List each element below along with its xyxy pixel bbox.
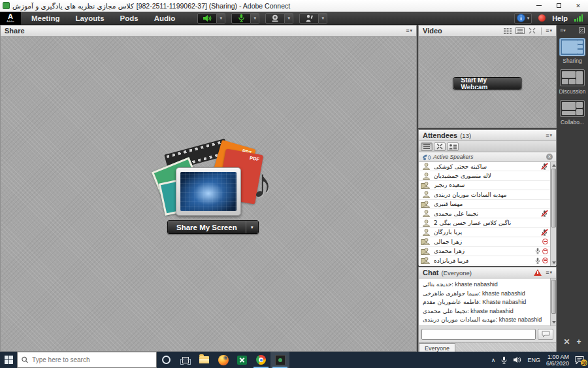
search-input[interactable] <box>32 356 152 363</box>
attendee-row[interactable]: نجیما علی محمدی <box>419 209 556 218</box>
info-dropdown-icon: ▾ <box>527 16 530 21</box>
menubar-item[interactable]: Pods <box>120 14 139 22</box>
tray-speaker-icon[interactable] <box>513 356 521 363</box>
chat-pod-menu-button[interactable]: ≡▾ <box>546 269 552 276</box>
windows-logo-icon <box>5 356 13 364</box>
layout-item[interactable]: Collabo... <box>558 100 587 125</box>
attendees-pod-menu-button[interactable]: ≡▾ <box>546 132 552 139</box>
attendee-name: زهرا محمدی <box>434 248 465 254</box>
attendee-status-icons <box>535 248 548 254</box>
microphone-on-icon <box>535 258 540 264</box>
scroll-down-icon[interactable] <box>552 261 556 264</box>
chat-scroll-thumb[interactable] <box>551 280 556 314</box>
chat-scope: (Everyone) <box>441 269 471 276</box>
speaker-dropdown[interactable]: ▾ <box>217 13 225 24</box>
undock-icon[interactable] <box>579 27 585 33</box>
start-my-webcam-label[interactable]: Start My Webcam <box>454 78 521 89</box>
attendee-row[interactable]: مهسا قنبری <box>419 200 556 209</box>
layout-thumbnail[interactable] <box>560 69 585 86</box>
layout-item[interactable]: Discussion <box>558 69 587 95</box>
menubar-item[interactable]: Meeting <box>31 14 59 22</box>
expand-view-icon[interactable] <box>527 27 537 35</box>
share-pod-menu-button[interactable]: ≡▾ <box>406 27 412 34</box>
notification-center-icon[interactable]: 10 <box>575 356 584 364</box>
taskbar-app-icon[interactable] <box>270 352 289 368</box>
grid-view-icon[interactable] <box>502 27 512 35</box>
attendee-row[interactable]: فریبا قربانزاده <box>419 256 556 265</box>
header-divider <box>541 27 542 35</box>
taskbar-app-icon[interactable] <box>195 352 214 368</box>
clock[interactable]: 1:00 AM 6/6/2020 <box>546 354 569 367</box>
attendees-scrollbar[interactable] <box>550 162 556 266</box>
taskbar-app-icon[interactable] <box>233 352 252 368</box>
attendee-row[interactable]: زهرا محمدی <box>419 247 556 256</box>
attendees-count: (13) <box>460 132 471 139</box>
taskbar-app-icon[interactable] <box>157 352 176 368</box>
attendee-row[interactable]: لاله منصوری جمشیدیان <box>419 171 556 180</box>
attendee-row[interactable]: زهرا جمالی <box>419 237 556 246</box>
minimize-button[interactable] <box>529 0 549 11</box>
stepped-away-icon <box>542 239 548 244</box>
attendee-row[interactable]: پریا بازرگان <box>419 228 556 237</box>
status-control[interactable]: ▾ <box>299 13 327 24</box>
attendee-name: لاله منصوری جمشیدیان <box>434 173 491 179</box>
attendee-status-view-button[interactable] <box>447 142 459 151</box>
add-layout-icon[interactable]: + <box>577 337 581 346</box>
speaker-control[interactable]: ▾ <box>197 13 225 24</box>
language-indicator[interactable]: ENG <box>527 357 540 363</box>
microphone-control[interactable]: ▾ <box>231 13 259 24</box>
taskbar-app-icon[interactable] <box>214 352 233 368</box>
breakout-room-view-button[interactable] <box>434 142 446 151</box>
layouts-menu-button[interactable]: ≡▾ <box>560 27 566 33</box>
filmstrip-view-icon[interactable] <box>515 27 525 35</box>
workspace: Share ≡▾ PPT PDF ♪ Share My Screen ▾ <box>0 25 588 352</box>
scroll-up-icon[interactable] <box>552 164 556 167</box>
attendees-scroll-thumb[interactable] <box>551 169 556 227</box>
webcam-icon[interactable] <box>265 13 285 24</box>
active-speakers-close-icon[interactable]: ✕ <box>546 154 553 160</box>
attendee-row[interactable]: مهدیه السادات موریان دربندی <box>419 190 556 199</box>
start-my-webcam-button[interactable]: Start My Webcam <box>453 77 522 90</box>
microphone-dropdown[interactable]: ▾ <box>251 13 259 24</box>
video-pod-menu-button[interactable]: ≡▾ <box>546 27 552 34</box>
attendee-list-view-button[interactable] <box>421 142 433 151</box>
attendee-row[interactable]: ناگین کلاس عصار حسن بیگی 2 <box>419 218 556 227</box>
chat-scroll-down-icon[interactable] <box>552 321 556 324</box>
taskbar-app-icon[interactable] <box>252 352 270 368</box>
chat-send-button[interactable] <box>538 329 553 340</box>
attendee-name: مهسا قنبری <box>434 201 463 207</box>
close-layout-icon[interactable]: ✕ <box>563 337 570 346</box>
adobe-logo[interactable]: A Adobe <box>0 12 21 25</box>
share-options-dropdown[interactable]: ▾ <box>246 221 258 233</box>
webcam-control[interactable]: ▾ <box>265 13 293 24</box>
chat-scrollbar[interactable] <box>550 278 556 326</box>
meeting-info-control[interactable]: ▾ <box>514 13 532 24</box>
attendee-row[interactable]: سعیده رنجبر <box>419 181 556 190</box>
start-button[interactable] <box>0 352 17 368</box>
menubar-item[interactable]: Layouts <box>75 14 104 22</box>
info-icon <box>517 14 525 22</box>
layout-thumbnail[interactable] <box>560 39 585 56</box>
menubar-item[interactable]: Audio <box>154 14 176 22</box>
maximize-button[interactable] <box>549 0 568 11</box>
share-my-screen-button[interactable]: Share My Screen ▾ <box>167 220 259 234</box>
tray-chevron-up-icon[interactable]: ∧ <box>491 357 496 363</box>
tray-microphone-icon[interactable] <box>501 356 507 364</box>
monitor-illustration <box>176 167 241 216</box>
layout-item[interactable]: Sharing <box>558 39 587 64</box>
attendee-row[interactable]: ساکینه حجتی کوشکی <box>419 162 556 171</box>
taskbar-search[interactable] <box>17 352 157 368</box>
close-button[interactable]: ✕ <box>568 0 588 11</box>
share-my-screen-label[interactable]: Share My Screen <box>168 221 246 233</box>
speaker-icon[interactable] <box>197 13 217 24</box>
microphone-icon[interactable] <box>231 13 251 24</box>
layout-thumbnail[interactable] <box>560 100 585 117</box>
raise-hand-icon[interactable] <box>299 13 319 24</box>
chat-input[interactable] <box>421 329 536 340</box>
chat-tab-everyone[interactable]: Everyone <box>419 343 455 352</box>
status-dropdown[interactable]: ▾ <box>319 13 327 24</box>
help-menu[interactable]: Help <box>552 14 568 22</box>
attendee-role-icon <box>421 163 431 170</box>
webcam-dropdown[interactable]: ▾ <box>285 13 293 24</box>
taskbar-app-icon[interactable] <box>176 352 195 368</box>
